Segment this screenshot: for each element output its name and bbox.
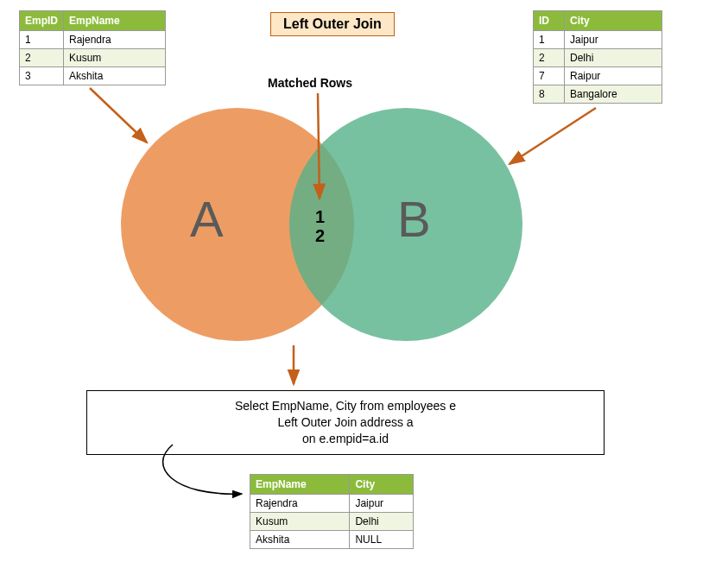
venn-label-a: A <box>190 190 224 248</box>
table-b-header-id: ID <box>534 11 565 31</box>
sql-query-box: Select EmpName, City from employees e Le… <box>86 390 605 455</box>
table-row: 3 Akshita <box>20 67 166 85</box>
venn-label-b: B <box>397 190 431 248</box>
result-header-empname: EmpName <box>250 475 350 495</box>
result-header-city: City <box>350 475 414 495</box>
table-a-header-empid: EmpID <box>20 11 64 31</box>
sql-line: Select EmpName, City from employees e <box>96 398 595 414</box>
table-row: Rajendra Jaipur <box>250 495 414 513</box>
table-a-header-empname: EmpName <box>64 11 166 31</box>
sql-line: Left Outer Join address a <box>96 414 595 431</box>
table-row: 1 Jaipur <box>534 31 662 49</box>
table-row: 7 Raipur <box>534 67 662 85</box>
table-b-header-city: City <box>565 11 662 31</box>
diagram-title: Left Outer Join <box>270 12 395 36</box>
result-table: EmpName City Rajendra Jaipur Kusum Delhi… <box>250 474 414 549</box>
table-b: ID City 1 Jaipur 2 Delhi 7 Raipur 8 Bang… <box>533 10 662 104</box>
table-row: Kusum Delhi <box>250 513 414 531</box>
table-row: Akshita NULL <box>250 531 414 549</box>
table-row: 2 Delhi <box>534 49 662 67</box>
table-row: 1 Rajendra <box>20 31 166 49</box>
venn-intersection-values: 1 2 <box>315 207 325 245</box>
table-row: 2 Kusum <box>20 49 166 67</box>
venn-diagram: A B 1 2 <box>121 99 535 350</box>
table-a: EmpID EmpName 1 Rajendra 2 Kusum 3 Akshi… <box>19 10 166 85</box>
matched-rows-label: Matched Rows <box>268 76 352 90</box>
table-row: 8 Bangalore <box>534 85 662 104</box>
sql-line: on e.empid=a.id <box>96 431 595 447</box>
